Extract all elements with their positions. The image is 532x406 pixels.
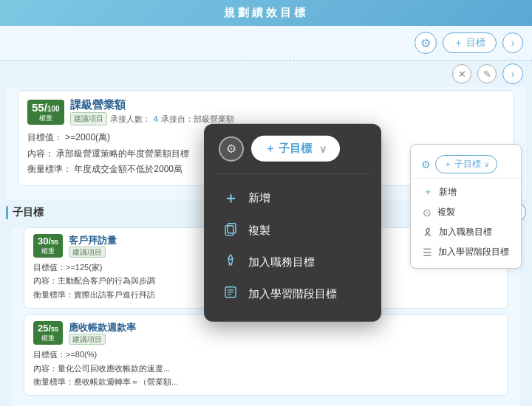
edit-button[interactable]: ✎ bbox=[477, 64, 497, 83]
add-target-button[interactable]: ＋ 目標 bbox=[443, 32, 497, 53]
fg-dropdown-arrow: ∨ bbox=[319, 142, 327, 154]
top-toolbar: ⚙ ＋ 目標 › bbox=[0, 26, 532, 61]
accept-from: 承接自：部級營業額 bbox=[161, 114, 234, 125]
fg-gear-button[interactable]: ⚙ bbox=[219, 136, 244, 161]
sub-goal-title-2: 應收帳款週款率 bbox=[69, 321, 136, 334]
fg-divider bbox=[216, 173, 369, 174]
sub-weight-1: 權重 bbox=[37, 247, 59, 256]
bg-dropdown-trigger: ⚙ ＋ 子目標 ∨ bbox=[411, 151, 521, 179]
accept-count-label: 承接人數： bbox=[110, 114, 151, 125]
score-badge: 55/100 權重 bbox=[27, 100, 64, 125]
bg-menu-item-new[interactable]: ＋ 新增 bbox=[411, 182, 521, 202]
weight-label: 權重 bbox=[32, 114, 60, 123]
fg-trigger-row: ⚙ ＋ 子目標 ∨ bbox=[219, 136, 366, 162]
bg-dropdown-menu: ⚙ ＋ 子目標 ∨ ＋ 新增 ⊙ 複製 🎗 加入職務目標 ☰ 加入學習階段目標 bbox=[410, 144, 522, 269]
fg-menu-item-copy[interactable]: 複製 bbox=[219, 215, 366, 247]
header-bar: 規劃績效目標 bbox=[0, 0, 532, 26]
sub-goal-meta-1: 建議項目 bbox=[69, 247, 117, 258]
gear-icon: ⚙ bbox=[420, 36, 431, 50]
goal-meta: 建議項目 承接人數： 4 承接自：部級營業額 bbox=[70, 112, 234, 125]
fg-gear-icon: ⚙ bbox=[226, 142, 236, 156]
action-row: ✕ ✎ › bbox=[0, 61, 532, 87]
sub-score-badge-2: 25/55 權重 bbox=[33, 321, 63, 345]
sub-weight-2: 權重 bbox=[37, 334, 59, 343]
nav-next-arrow[interactable]: › bbox=[502, 32, 523, 53]
sub-recommend-1: 建議項目 bbox=[69, 247, 106, 258]
action-nav-arrow[interactable]: › bbox=[502, 63, 523, 84]
bg-gear-icon: ⚙ bbox=[421, 159, 431, 171]
recommend-badge: 建議項目 bbox=[70, 112, 107, 125]
fg-menu-item-learning[interactable]: 加入學習階段目標 bbox=[219, 278, 366, 310]
fg-list-icon bbox=[222, 285, 239, 303]
close-button[interactable]: ✕ bbox=[452, 64, 471, 83]
sub-goal-card-2: 25/55 權重 應收帳款週款率 建議項目 目標值：>=80(%) 內容：量化公… bbox=[24, 314, 508, 396]
fg-copy-icon bbox=[222, 221, 239, 240]
sub-goal-2-header: 25/55 權重 應收帳款週款率 建議項目 bbox=[33, 321, 499, 345]
sub-goal-title-1: 客戶拜訪量 bbox=[69, 234, 117, 247]
fg-dropdown-overlay: ⚙ ＋ 子目標 ∨ ＋ 新增 複製 bbox=[204, 124, 381, 322]
settings-gear-btn[interactable]: ⚙ bbox=[415, 32, 437, 54]
fg-tie-icon bbox=[222, 253, 239, 272]
plus-icon: ＋ bbox=[423, 185, 433, 199]
score-number: 55/100 bbox=[32, 101, 60, 114]
bg-menu-item-copy[interactable]: ⊙ 複製 bbox=[411, 202, 521, 222]
fg-menu-item-job[interactable]: 加入職務目標 bbox=[219, 247, 366, 278]
goal-header: 55/100 權重 課級營業額 建議項目 承接人數： 4 承接自：部級營業額 bbox=[27, 98, 505, 125]
sub-score-badge-1: 30/55 權重 bbox=[33, 234, 63, 258]
fg-plus-icon: ＋ bbox=[222, 188, 239, 208]
sub-goal-details-2: 目標值：>=80(%) 內容：量化公司回收應收帳款的速度... 衡量標準：應收帳… bbox=[33, 348, 499, 389]
bg-add-sub-btn[interactable]: ＋ 子目標 ∨ bbox=[435, 155, 497, 173]
svg-rect-0 bbox=[225, 226, 233, 235]
sub-goals-title-text: 子目標 bbox=[13, 206, 44, 219]
title-bar-decoration bbox=[6, 206, 8, 219]
bg-menu-item-learning[interactable]: ☰ 加入學習階段目標 bbox=[411, 242, 521, 262]
svg-rect-1 bbox=[228, 224, 236, 233]
edit-icon: ✎ bbox=[483, 69, 491, 80]
sub-recommend-2: 建議項目 bbox=[69, 334, 106, 345]
bg-menu-item-job-target[interactable]: 🎗 加入職務目標 bbox=[411, 222, 521, 242]
accept-count: 4 bbox=[154, 114, 158, 123]
header-title: 規劃績效目標 bbox=[224, 6, 308, 18]
copy-icon: ⊙ bbox=[423, 207, 432, 219]
close-icon: ✕ bbox=[458, 69, 466, 80]
sub-goal-meta-2: 建議項目 bbox=[69, 334, 136, 345]
tie-icon: 🎗 bbox=[423, 227, 433, 238]
list-icon: ☰ bbox=[423, 247, 432, 258]
fg-menu-item-new[interactable]: ＋ 新增 bbox=[219, 182, 366, 215]
fg-main-button[interactable]: ＋ 子目標 ∨ bbox=[251, 136, 340, 162]
main-container: 規劃績效目標 ⚙ ＋ 目標 › ✕ ✎ › 55/ bbox=[0, 0, 532, 406]
sub-goals-title: 子目標 bbox=[6, 206, 44, 219]
goal-title: 課級營業額 bbox=[70, 98, 234, 112]
